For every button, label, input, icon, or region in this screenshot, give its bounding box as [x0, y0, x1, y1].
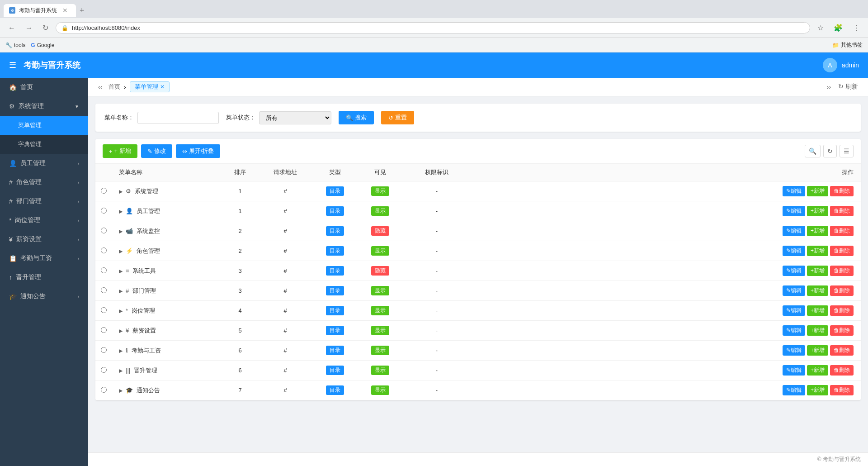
breadcrumb-forward-button[interactable]: ››	[824, 82, 834, 92]
row-delete-button[interactable]: 🗑删除	[830, 226, 854, 236]
table-search-button[interactable]: 🔍	[805, 145, 821, 157]
row-radio[interactable]	[101, 367, 107, 373]
sidebar-item-role[interactable]: # 角色管理 ›	[0, 173, 88, 192]
tree-expand-icon[interactable]: ▶	[119, 209, 124, 214]
row-radio[interactable]	[101, 287, 107, 293]
reset-button[interactable]: ↺ 重置	[381, 111, 414, 124]
forward-button[interactable]: →	[23, 23, 35, 33]
row-add-button[interactable]: +新增	[807, 345, 828, 356]
tab-close-button[interactable]: ✕	[62, 7, 68, 14]
row-radio[interactable]	[101, 228, 107, 233]
row-delete-button[interactable]: 🗑删除	[830, 285, 854, 296]
row-add-button[interactable]: +新增	[807, 285, 828, 296]
breadcrumb-refresh-button[interactable]: ↻ 刷新	[835, 82, 861, 92]
active-tab[interactable]: ⚙ 考勤与晋升系统 ✕	[4, 4, 76, 17]
search-name-input[interactable]	[137, 112, 219, 124]
expand-button[interactable]: ⇔ 展开/折叠	[176, 144, 221, 158]
back-button[interactable]: ←	[5, 23, 18, 33]
sidebar-item-promotion[interactable]: ↑ 晋升管理	[0, 268, 88, 287]
row-visible-cell: 显示	[358, 241, 403, 261]
row-radio[interactable]	[101, 267, 107, 273]
row-delete-button[interactable]: 🗑删除	[830, 186, 854, 196]
tree-expand-icon[interactable]: ▶	[119, 189, 124, 194]
row-radio[interactable]	[101, 327, 107, 333]
row-edit-button[interactable]: ✎编辑	[783, 226, 805, 236]
sidebar-item-employee[interactable]: 👤 员工管理 ›	[0, 154, 88, 173]
row-edit-button[interactable]: ✎编辑	[783, 385, 805, 395]
breadcrumb-home-link[interactable]: 首页	[108, 83, 120, 91]
row-add-button[interactable]: +新增	[807, 226, 828, 236]
breadcrumb-back-button[interactable]: ‹‹	[95, 82, 105, 91]
sidebar-item-system[interactable]: ⚙ 系统管理 ▼	[0, 97, 88, 116]
row-edit-button[interactable]: ✎编辑	[783, 325, 805, 336]
row-delete-button[interactable]: 🗑删除	[830, 325, 854, 336]
edit-button[interactable]: ✎ 修改	[141, 144, 172, 158]
row-add-button[interactable]: +新增	[807, 365, 828, 376]
row-radio[interactable]	[101, 307, 107, 313]
bookmark-button[interactable]: ☆	[815, 23, 826, 33]
row-delete-button[interactable]: 🗑删除	[830, 266, 854, 276]
row-add-button[interactable]: +新增	[807, 186, 828, 196]
row-radio[interactable]	[101, 387, 107, 393]
bookmark-google[interactable]: G Google	[31, 42, 54, 48]
breadcrumb-tab-close[interactable]: ✕	[160, 84, 165, 90]
extensions-button[interactable]: 🧩	[831, 23, 845, 33]
tree-expand-icon[interactable]: ▶	[119, 328, 124, 333]
sidebar-item-attendance[interactable]: 📋 考勤与工资 ›	[0, 249, 88, 268]
search-status-select[interactable]: 所有 显示 隐藏	[259, 111, 331, 124]
row-delete-button[interactable]: 🗑删除	[830, 246, 854, 256]
bookmark-other[interactable]: 📁 其他书签	[832, 41, 863, 49]
tree-expand-icon[interactable]: ▶	[119, 288, 124, 294]
row-add-button[interactable]: +新增	[807, 305, 828, 316]
row-add-button[interactable]: +新增	[807, 385, 828, 395]
sidebar-item-home[interactable]: 🏠 首页	[0, 78, 88, 97]
row-delete-button[interactable]: 🗑删除	[830, 345, 854, 356]
row-add-button[interactable]: +新增	[807, 206, 828, 216]
row-edit-button[interactable]: ✎编辑	[783, 246, 805, 256]
table-refresh-button[interactable]: ↻	[823, 145, 837, 157]
tree-expand-icon[interactable]: ▶	[119, 368, 124, 373]
row-edit-button[interactable]: ✎编辑	[783, 206, 805, 216]
sidebar-item-menu[interactable]: 菜单管理	[0, 116, 88, 135]
row-edit-button[interactable]: ✎编辑	[783, 365, 805, 376]
search-status-label: 菜单状态：	[226, 114, 255, 122]
row-perm-cell: -	[403, 301, 471, 321]
new-tab-button[interactable]: +	[76, 6, 88, 15]
menu-toggle-button[interactable]: ☰	[9, 60, 16, 70]
row-delete-button[interactable]: 🗑删除	[830, 206, 854, 216]
tree-expand-icon[interactable]: ▶	[119, 248, 124, 254]
row-edit-button[interactable]: ✎编辑	[783, 345, 805, 356]
reload-button[interactable]: ↻	[40, 23, 51, 33]
tree-expand-icon[interactable]: ▶	[119, 388, 124, 393]
row-radio[interactable]	[101, 247, 107, 253]
row-add-button[interactable]: +新增	[807, 246, 828, 256]
menu-button[interactable]: ⋮	[850, 23, 863, 33]
tree-expand-icon[interactable]: ▶	[119, 308, 124, 314]
sidebar-item-dept[interactable]: # 部门管理 ›	[0, 192, 88, 211]
table-columns-button[interactable]: ☰	[840, 145, 854, 157]
sidebar-item-salary[interactable]: ¥ 薪资设置 ›	[0, 230, 88, 249]
tree-expand-icon[interactable]: ▶	[119, 348, 124, 353]
row-delete-button[interactable]: 🗑删除	[830, 385, 854, 395]
sidebar-item-notice[interactable]: 🎓 通知公告 ›	[0, 287, 88, 306]
sidebar-item-position[interactable]: * 岗位管理 ›	[0, 211, 88, 230]
bookmark-tools[interactable]: 🔧 tools	[5, 42, 25, 48]
row-add-button[interactable]: +新增	[807, 325, 828, 336]
row-edit-button[interactable]: ✎编辑	[783, 266, 805, 276]
row-add-button[interactable]: +新增	[807, 266, 828, 276]
tree-expand-icon[interactable]: ▶	[119, 268, 124, 274]
row-radio[interactable]	[101, 347, 107, 353]
row-delete-button[interactable]: 🗑删除	[830, 305, 854, 316]
breadcrumb-current-tab[interactable]: 菜单管理 ✕	[130, 81, 170, 92]
row-delete-button[interactable]: 🗑删除	[830, 365, 854, 376]
sidebar-item-dict[interactable]: 字典管理	[0, 135, 88, 154]
row-radio[interactable]	[101, 188, 107, 194]
row-radio[interactable]	[101, 208, 107, 214]
url-bar[interactable]: 🔒 http://localhost:8080/index	[56, 22, 810, 33]
add-button[interactable]: + + 新增	[103, 144, 137, 158]
tree-expand-icon[interactable]: ▶	[119, 228, 124, 234]
row-edit-button[interactable]: ✎编辑	[783, 186, 805, 196]
row-edit-button[interactable]: ✎编辑	[783, 305, 805, 316]
search-button[interactable]: 🔍 搜索	[339, 111, 374, 124]
row-edit-button[interactable]: ✎编辑	[783, 285, 805, 296]
